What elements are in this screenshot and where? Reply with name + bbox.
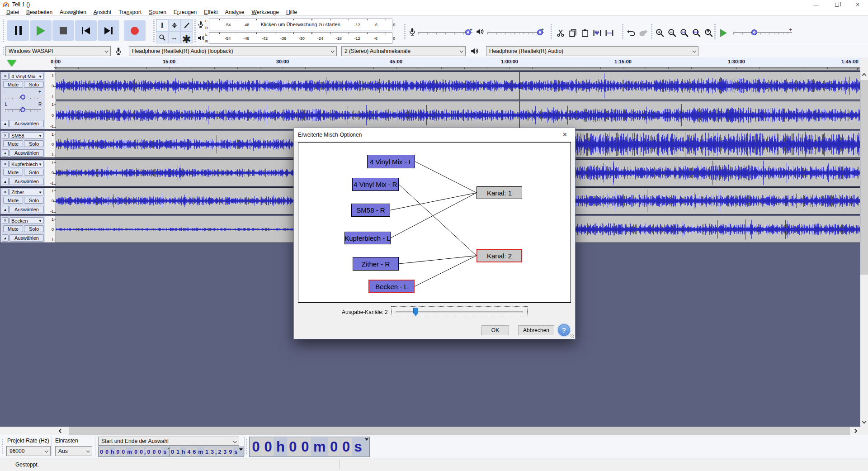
track-close-icon[interactable]: × [2, 73, 9, 80]
timeline-options-area[interactable] [0, 57, 56, 70]
time-digit[interactable]: 0 [115, 447, 120, 456]
track-control-panel[interactable]: ×Kupferblech▼MuteSolo▲Auswählen [0, 159, 45, 186]
stop-button[interactable] [52, 20, 74, 41]
recording-meter-scale[interactable]: Klicken um Überwachung zu starten -54-48… [209, 19, 392, 30]
time-digit[interactable]: 4 [186, 447, 191, 456]
menu-effekt[interactable]: Effekt [200, 9, 221, 16]
waveform-lane[interactable] [56, 101, 860, 129]
time-toolbar-grip[interactable] [246, 439, 247, 455]
mixer-source-becken-l[interactable]: Becken - L [368, 280, 415, 293]
time-digit[interactable]: 2 [217, 447, 222, 456]
audio-position-field[interactable]: 00h00m00s [249, 437, 370, 457]
pan-slider[interactable] [5, 107, 41, 113]
playback-speed-slider[interactable]: - + [733, 29, 792, 37]
mixer-source-sm58-r[interactable]: SM58 - R [351, 204, 390, 217]
slider-thumb[interactable] [20, 107, 25, 112]
time-digit[interactable]: 0 [99, 447, 104, 456]
mixer-source-kupferblech-l[interactable]: Kupferblech - L [344, 232, 391, 244]
time-digit[interactable]: 0 [139, 447, 144, 456]
select-track-button[interactable]: Auswählen [9, 120, 44, 127]
play-at-speed-toolbar-grip[interactable] [714, 24, 716, 39]
time-separator[interactable]: , [144, 447, 146, 456]
dialog-close-icon[interactable]: ✕ [555, 128, 575, 141]
vertical-scale-ruler[interactable]: 10-1 [45, 159, 56, 186]
dialog-title-bar[interactable]: Erweiterte Misch-Optionen [294, 128, 575, 141]
fit-selection-button[interactable] [679, 27, 690, 38]
slider-thumb[interactable] [537, 29, 543, 35]
draw-tool-button[interactable] [180, 19, 193, 31]
collapse-button[interactable]: ▲ [2, 234, 9, 242]
time-digit[interactable]: 0 [287, 438, 299, 456]
vertical-scale-ruler[interactable]: 10-1 [45, 187, 56, 214]
track-name-button[interactable]: 4 Vinyl Mix▼ [9, 73, 44, 80]
collapse-button[interactable]: ▲ [2, 178, 9, 185]
track-control-panel[interactable]: ×Zither▼MuteSolo▲Auswählen [0, 187, 45, 214]
vertical-scroll-thumb[interactable] [860, 80, 868, 275]
vertical-scrollbar[interactable] [860, 70, 868, 427]
close-icon[interactable]: ✕ [847, 0, 868, 9]
slider-thumb[interactable] [465, 29, 471, 35]
copy-button[interactable] [567, 27, 578, 38]
fit-project-button[interactable] [691, 27, 702, 38]
selection-end-field[interactable]: 01h46m13,239s [169, 447, 244, 457]
time-digit[interactable]: 0 [104, 447, 109, 456]
transport-toolbar-grip[interactable] [3, 19, 4, 42]
recording-meter[interactable]: LR Klicken um Überwachung zu starten -54… [197, 19, 392, 30]
mixer-toolbar-grip[interactable] [404, 24, 406, 39]
menu-erzeugen[interactable]: Erzeugen [170, 9, 200, 16]
selection-start-field[interactable]: 00h00m00,000s [98, 447, 173, 457]
help-button[interactable]: ? [558, 324, 570, 336]
zoom-in-button[interactable] [654, 27, 665, 38]
recording-device-select[interactable]: Headphone (Realtek(R) Audio) (loopback) [129, 46, 337, 56]
paste-button[interactable] [579, 27, 590, 38]
solo-button[interactable]: Solo [24, 197, 44, 204]
play-button[interactable] [30, 20, 52, 41]
time-digit[interactable]: 0 [250, 438, 262, 456]
menu-bearbeiten[interactable]: Bearbeiten [23, 9, 56, 16]
gain-slider[interactable] [5, 95, 41, 100]
tools-toolbar-grip[interactable] [153, 19, 155, 42]
horizontal-scroll-thumb[interactable] [69, 427, 850, 435]
collapse-button[interactable]: ▲ [2, 120, 9, 127]
time-digit[interactable]: 3 [222, 447, 227, 456]
time-digit[interactable]: 9 [228, 447, 233, 456]
timeshift-tool-button[interactable]: ↔ [168, 31, 180, 43]
select-track-button[interactable]: Auswählen [9, 206, 44, 213]
envelope-tool-button[interactable] [168, 19, 180, 31]
time-digit[interactable]: 0 [133, 447, 138, 456]
menu-analyse[interactable]: Analyse [222, 9, 248, 16]
mute-button[interactable]: Mute [3, 140, 23, 147]
zoom-tool-button[interactable] [156, 31, 168, 43]
menu-transport[interactable]: Transport [115, 9, 145, 16]
monitoring-hint[interactable]: Klicken um Überwachung zu starten [259, 22, 342, 27]
track-close-icon[interactable]: × [2, 132, 9, 139]
mute-button[interactable]: Mute [3, 225, 23, 232]
recording-volume-slider[interactable]: - + [418, 29, 472, 37]
selection-range-mode-select[interactable]: Start und Ende der Auswahl [98, 437, 239, 446]
playback-volume-slider[interactable]: - + [487, 29, 544, 37]
time-separator[interactable]: , [215, 447, 217, 456]
scroll-right-icon[interactable] [853, 429, 858, 433]
timeline-pin-icon[interactable] [7, 60, 16, 67]
cut-button[interactable] [555, 27, 566, 38]
scroll-left-icon[interactable] [59, 429, 63, 433]
track-control-panel[interactable]: ×SM58▼MuteSolo▲Auswählen [0, 131, 45, 158]
selection-tool-button[interactable]: I [156, 19, 168, 31]
track-control-panel[interactable]: ×4 Vinyl Mix▼MuteSolo-+LR▲Auswählen [0, 71, 45, 129]
menu-datei[interactable]: Datei [3, 9, 23, 16]
redo-button[interactable] [637, 27, 649, 38]
time-digit[interactable]: 6 [192, 447, 197, 456]
slider-thumb[interactable] [20, 95, 25, 100]
selection-toolbar-grip[interactable] [2, 439, 3, 455]
silence-audio-button[interactable] [604, 27, 615, 38]
vertical-scale-ruler[interactable]: 10-1 [45, 131, 56, 158]
cancel-button[interactable]: Abbrechen [518, 325, 554, 335]
device-toolbar-grip[interactable] [3, 47, 4, 56]
clip-boundary-line[interactable] [519, 72, 520, 100]
play-at-speed-button[interactable] [718, 27, 729, 38]
timeline-ruler[interactable]: 0:0015:0030:0045:001:00:001:15:001:30:00… [56, 57, 860, 70]
track-name-button[interactable]: SM58▼ [9, 132, 44, 139]
multi-tool-button[interactable]: ✱ [180, 31, 193, 43]
solo-button[interactable]: Solo [24, 140, 44, 147]
trim-audio-button[interactable] [591, 27, 603, 38]
